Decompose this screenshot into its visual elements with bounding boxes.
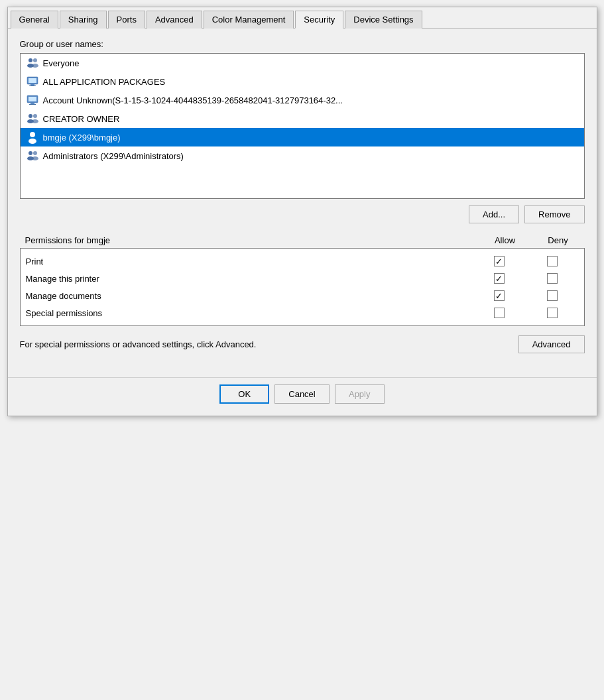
perm-name-special: Special permissions — [26, 308, 473, 318]
perm-name-manage-docs: Manage documents — [26, 291, 473, 301]
allow-header: Allow — [479, 233, 532, 248]
list-item[interactable]: ALL APPLICATION PACKAGES — [21, 72, 584, 91]
tab-ports[interactable]: Ports — [108, 11, 145, 29]
perm-row-manage-printer: Manage this printer — [26, 270, 579, 287]
svg-point-17 — [29, 139, 36, 144]
printer-security-dialog: General Sharing Ports Advanced Color Man… — [7, 7, 597, 416]
list-item[interactable]: Everyone — [21, 54, 584, 72]
list-item[interactable]: CREATOR OWNER — [21, 109, 584, 128]
users-icon — [26, 56, 39, 70]
groups-button-row: Add... Remove — [20, 205, 585, 223]
checkbox-deny-manage-printer[interactable] — [547, 273, 558, 284]
perm-row-print: Print — [26, 253, 579, 270]
computer-icon — [26, 75, 39, 88]
deny-check-manage-printer[interactable] — [526, 273, 579, 284]
svg-point-21 — [32, 156, 38, 160]
svg-rect-11 — [29, 104, 36, 105]
list-item-selected[interactable]: bmgje (X299\bmgje) — [21, 128, 584, 146]
advanced-button[interactable]: Advanced — [518, 335, 585, 353]
ok-button[interactable]: OK — [219, 384, 269, 404]
svg-point-16 — [30, 132, 35, 137]
tab-color-management[interactable]: Color Management — [204, 11, 294, 29]
tab-device-settings[interactable]: Device Settings — [345, 11, 422, 29]
list-item-label: Account Unknown(S-1-15-3-1024-4044835139… — [43, 95, 343, 105]
perm-row-manage-docs: Manage documents — [26, 287, 579, 304]
permissions-header: Permissions for bmgje Allow Deny — [20, 233, 585, 248]
tab-security[interactable]: Security — [295, 11, 343, 29]
checkbox-allow-manage-printer[interactable] — [494, 273, 505, 284]
list-item-label: Administrators (X299\Administrators) — [43, 151, 184, 161]
deny-check-special[interactable] — [526, 308, 579, 318]
permissions-rows: Print Manage this printer — [21, 249, 584, 325]
svg-point-3 — [32, 64, 38, 68]
perm-row-special: Special permissions — [26, 304, 579, 321]
add-button[interactable]: Add... — [469, 205, 519, 223]
tab-bar: General Sharing Ports Advanced Color Man… — [8, 7, 597, 29]
checkbox-allow-print[interactable] — [494, 256, 505, 266]
cancel-button[interactable]: Cancel — [274, 384, 329, 404]
list-item-label: ALL APPLICATION PACKAGES — [43, 77, 166, 87]
list-item-label: CREATOR OWNER — [43, 114, 120, 124]
svg-rect-7 — [29, 86, 36, 86]
allow-check-manage-docs[interactable] — [473, 290, 526, 301]
svg-rect-6 — [30, 84, 34, 86]
groups-section-label: Group or user names: — [20, 39, 585, 49]
deny-check-manage-docs[interactable] — [526, 290, 579, 301]
tab-advanced[interactable]: Advanced — [147, 11, 202, 29]
apply-button[interactable]: Apply — [335, 384, 385, 404]
svg-rect-9 — [29, 97, 36, 101]
svg-point-0 — [29, 58, 32, 62]
tab-content: Group or user names: Everyone — [8, 29, 597, 377]
allow-check-print[interactable] — [473, 256, 526, 266]
list-item-label: Everyone — [43, 58, 80, 68]
advanced-section: For special permissions or advanced sett… — [20, 335, 585, 353]
permissions-table: Print Manage this printer — [20, 248, 585, 326]
user-icon — [26, 131, 39, 144]
tab-general[interactable]: General — [11, 11, 58, 29]
dialog-footer: OK Cancel Apply — [8, 377, 597, 416]
list-item-label: bmgje (X299\bmgje) — [43, 133, 121, 143]
users-icon — [26, 149, 39, 162]
svg-point-20 — [33, 151, 37, 155]
tab-sharing[interactable]: Sharing — [60, 11, 107, 29]
advanced-text: For special permissions or advanced sett… — [20, 339, 518, 349]
deny-header: Deny — [532, 233, 585, 248]
svg-point-2 — [33, 58, 37, 62]
svg-point-18 — [29, 151, 32, 155]
deny-check-print[interactable] — [526, 256, 579, 266]
svg-point-14 — [33, 114, 37, 118]
users-icon — [26, 112, 39, 125]
computer-icon — [26, 93, 39, 107]
permissions-label: Permissions for bmgje — [20, 233, 479, 248]
svg-point-12 — [29, 114, 32, 118]
list-item[interactable]: Administrators (X299\Administrators) — [21, 146, 584, 165]
checkbox-allow-manage-docs[interactable] — [494, 290, 505, 301]
list-item[interactable]: Account Unknown(S-1-15-3-1024-4044835139… — [21, 91, 584, 109]
checkbox-deny-print[interactable] — [547, 256, 558, 266]
checkbox-allow-special[interactable] — [494, 308, 505, 318]
svg-rect-5 — [29, 78, 36, 83]
perm-name-print: Print — [26, 257, 473, 266]
checkbox-deny-special[interactable] — [547, 308, 558, 318]
checkbox-deny-manage-docs[interactable] — [547, 290, 558, 301]
svg-rect-10 — [30, 103, 34, 104]
allow-check-manage-printer[interactable] — [473, 273, 526, 284]
groups-list[interactable]: Everyone ALL APPLICATION PACKAGES — [20, 53, 585, 199]
allow-check-special[interactable] — [473, 308, 526, 318]
perm-name-manage-printer: Manage this printer — [26, 274, 473, 284]
remove-button[interactable]: Remove — [524, 205, 584, 223]
svg-point-15 — [32, 119, 38, 123]
